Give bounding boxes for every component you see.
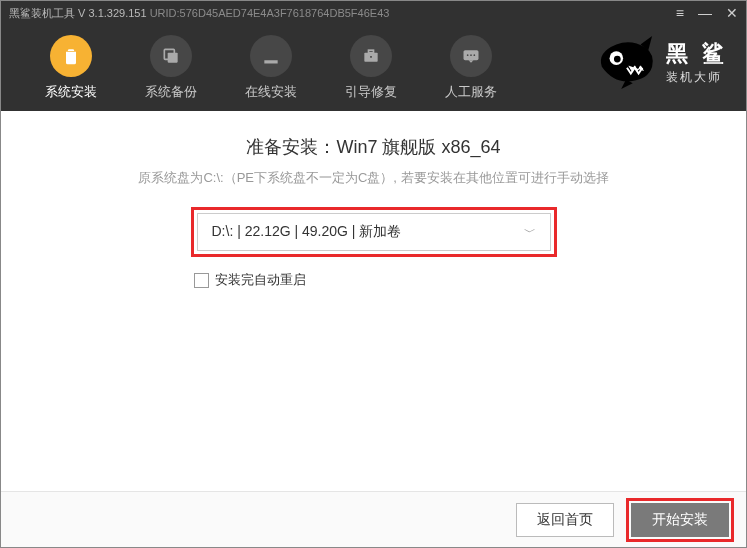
chat-icon	[450, 35, 492, 77]
tab-label: 系统备份	[121, 83, 221, 101]
window-controls: ≡ — ✕	[676, 6, 738, 20]
svg-rect-0	[168, 53, 178, 63]
tab-system-install[interactable]: 系统安装	[21, 35, 121, 101]
prepare-heading: 准备安装：Win7 旗舰版 x86_64	[1, 135, 746, 159]
auto-restart-checkbox[interactable]	[194, 273, 209, 288]
minimize-icon[interactable]: —	[698, 6, 712, 20]
chevron-down-icon: ﹀	[524, 224, 536, 241]
svg-point-6	[470, 54, 472, 56]
svg-point-9	[614, 56, 621, 63]
svg-rect-3	[369, 50, 374, 53]
footer: 返回首页 开始安装	[1, 491, 746, 547]
start-button-highlight: 开始安装	[626, 498, 734, 542]
drive-select[interactable]: D:\: | 22.12G | 49.20G | 新加卷 ﹀	[197, 213, 551, 251]
prepare-prefix: 准备安装：	[246, 137, 336, 157]
titlebar: 黑鲨装机工具 V 3.1.329.151 URID:576D45AED74E4A…	[1, 1, 746, 25]
main-content: 准备安装：Win7 旗舰版 x86_64 原系统盘为C:\:（PE下系统盘不一定…	[1, 111, 746, 289]
trash-icon	[50, 35, 92, 77]
note-text: 原系统盘为C:\:（PE下系统盘不一定为C盘）, 若要安装在其他位置可进行手动选…	[1, 169, 746, 187]
tab-online-install[interactable]: 在线安装	[221, 35, 321, 101]
urid-value: 576D45AED74E4A3F7618764DB5F46E43	[180, 7, 390, 19]
toolbox-icon	[350, 35, 392, 77]
tab-label: 人工服务	[421, 83, 521, 101]
logo-subtitle: 装机大师	[666, 69, 728, 86]
version-prefix: V	[78, 7, 85, 19]
drive-select-value: D:\: | 22.12G | 49.20G | 新加卷	[212, 223, 402, 241]
back-button-label: 返回首页	[537, 511, 593, 529]
urid-label: URID:	[150, 7, 180, 19]
prepare-target: Win7 旗舰版 x86_64	[336, 137, 500, 157]
shark-icon	[592, 33, 660, 91]
menu-icon[interactable]: ≡	[676, 6, 684, 20]
download-icon	[250, 35, 292, 77]
tab-manual-service[interactable]: 人工服务	[421, 35, 521, 101]
close-icon[interactable]: ✕	[726, 6, 738, 20]
brand-logo: 黑 鲨 装机大师	[592, 33, 728, 91]
svg-point-7	[474, 54, 476, 56]
toolbar: 系统安装 系统备份 在线安装 引导修复 人工服务	[1, 25, 746, 111]
tab-label: 引导修复	[321, 83, 421, 101]
back-button[interactable]: 返回首页	[516, 503, 614, 537]
tab-label: 在线安装	[221, 83, 321, 101]
auto-restart-label: 安装完自动重启	[215, 271, 306, 289]
start-install-button[interactable]: 开始安装	[631, 503, 729, 537]
tab-system-backup[interactable]: 系统备份	[121, 35, 221, 101]
copy-icon	[150, 35, 192, 77]
tab-label: 系统安装	[21, 83, 121, 101]
tab-boot-repair[interactable]: 引导修复	[321, 35, 421, 101]
app-name: 黑鲨装机工具	[9, 7, 75, 19]
titlebar-text: 黑鲨装机工具 V 3.1.329.151 URID:576D45AED74E4A…	[9, 6, 389, 21]
logo-title: 黑 鲨	[666, 39, 728, 69]
svg-point-5	[467, 54, 469, 56]
drive-select-highlight: D:\: | 22.12G | 49.20G | 新加卷 ﹀	[191, 207, 557, 257]
start-button-label: 开始安装	[652, 511, 708, 529]
version: 3.1.329.151	[88, 7, 146, 19]
